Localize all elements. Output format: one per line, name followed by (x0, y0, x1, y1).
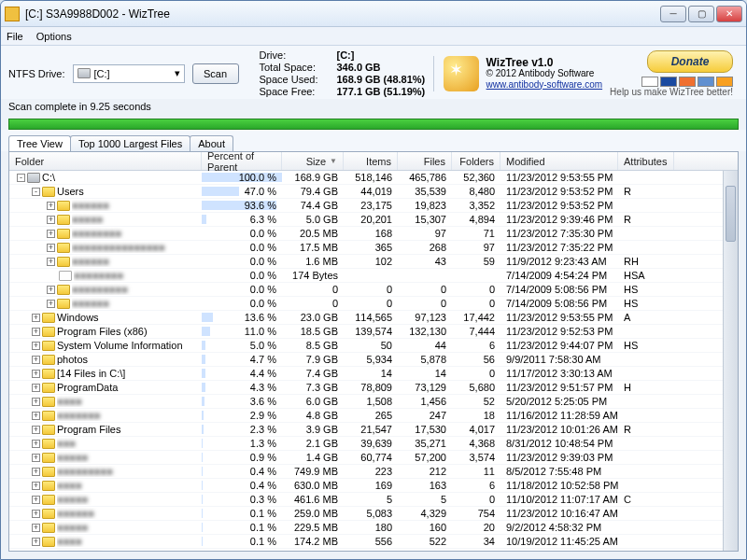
tab-about[interactable]: About (190, 135, 233, 151)
folder-icon (42, 551, 55, 552)
brand-url[interactable]: www.antibody-software.com (486, 79, 603, 91)
table-row[interactable]: +[14 Files in C:\]4.4 %7.4 GB1414011/17/… (9, 367, 723, 381)
grid-body[interactable]: -C:\100.0 %168.9 GB518,146465,78652,3601… (9, 171, 723, 551)
table-row[interactable]: +Windows13.6 %23.0 GB114,56597,12317,442… (9, 311, 723, 325)
folder-icon (42, 341, 55, 351)
item-name: Users (57, 186, 196, 197)
table-row[interactable]: +■■■■0.4 %630.0 MB169163611/18/2012 10:5… (9, 479, 723, 493)
expand-toggle[interactable]: + (47, 258, 55, 266)
expand-toggle[interactable]: + (32, 342, 40, 350)
col-folders[interactable]: Folders (452, 152, 500, 170)
expand-toggle[interactable]: + (32, 454, 40, 462)
menu-options[interactable]: Options (36, 31, 72, 42)
expand-toggle[interactable]: + (47, 244, 55, 252)
table-row[interactable]: +■■■■■6.3 %5.0 GB20,20115,3074,89411/23/… (9, 213, 723, 227)
expand-toggle[interactable]: + (32, 468, 40, 476)
table-row[interactable]: +photos4.7 %7.9 GB5,9345,878569/9/2011 7… (9, 353, 723, 367)
table-row[interactable]: +■■■■■■0.1 %259.0 MB5,0834,32975411/23/2… (9, 507, 723, 521)
vertical-scrollbar[interactable] (723, 171, 738, 551)
item-name: [14 Files in C:\] (57, 368, 196, 379)
close-button[interactable]: ✕ (716, 6, 742, 22)
item-name: ■■■■■■■ (57, 550, 196, 551)
table-row[interactable]: +■■■■0.1 %174.2 MB5565223410/19/2012 11:… (9, 535, 723, 549)
folder-icon (42, 453, 55, 463)
stat-drive: [C:] (336, 49, 425, 61)
scan-button[interactable]: Scan (192, 63, 239, 84)
progress-bar (8, 119, 739, 130)
table-row[interactable]: +■■■■■■■■■0.0 %00007/14/2009 5:08:56 PMH… (9, 283, 723, 297)
folder-icon (42, 369, 55, 379)
col-attributes[interactable]: Attributes (618, 152, 674, 170)
table-row[interactable]: +■■■■■■■■0.0 %20.5 MB168977111/23/2012 7… (9, 227, 723, 241)
expand-toggle[interactable]: + (32, 496, 40, 504)
item-name: ■■■■ (57, 536, 196, 547)
folder-icon (57, 257, 70, 267)
table-row[interactable]: +■■■■■■93.6 %74.4 GB23,17519,8233,35211/… (9, 199, 723, 213)
brand-block: WizTree v1.0 © 2012 Antibody Software ww… (433, 56, 603, 91)
expand-toggle[interactable]: - (17, 174, 25, 182)
table-row[interactable]: +■■■■■■■2.9 %4.8 GB2652471811/16/2012 11… (9, 409, 723, 423)
expand-toggle[interactable]: + (47, 202, 55, 210)
expand-toggle[interactable]: + (47, 300, 55, 308)
expand-toggle[interactable]: + (32, 440, 40, 448)
item-name: ■■■ (57, 438, 196, 449)
col-folder[interactable]: Folder (9, 152, 202, 170)
table-row[interactable]: -Users47.0 %79.4 GB44,01935,5398,48011/2… (9, 185, 723, 199)
maximize-button[interactable]: ▢ (688, 6, 714, 22)
table-row[interactable]: +■■■■■■■0.1 %137.2 MB29028558/31/2011 7:… (9, 549, 723, 551)
menu-file[interactable]: File (7, 31, 23, 42)
table-row[interactable]: ■■■■■■■■0.0 %174 Bytes7/14/2009 4:54:24 … (9, 269, 723, 283)
drive-select[interactable]: [C:] ▾ (73, 64, 185, 83)
table-row[interactable]: +System Volume Information5.0 %8.5 GB504… (9, 339, 723, 353)
col-items[interactable]: Items (344, 152, 398, 170)
expand-toggle[interactable]: + (32, 328, 40, 336)
table-row[interactable]: +Program Files (x86)11.0 %18.5 GB139,574… (9, 325, 723, 339)
item-name: photos (57, 354, 196, 365)
item-name: Windows (57, 312, 196, 323)
expand-toggle[interactable]: + (47, 230, 55, 238)
expand-toggle[interactable]: + (32, 314, 40, 322)
donate-button[interactable]: Donate (647, 50, 733, 73)
item-name: ■■■■■ (57, 494, 196, 505)
item-name: ■■■■■■ (72, 298, 196, 309)
expand-toggle[interactable]: + (32, 482, 40, 490)
table-row[interactable]: +■■■1.3 %2.1 GB39,63935,2714,3688/31/201… (9, 437, 723, 451)
title-bar[interactable]: [C:] S3A9988D002 - WizTree ─ ▢ ✕ (1, 1, 746, 27)
expand-toggle[interactable]: + (32, 524, 40, 532)
stat-free: 177.1 GB (51.19%) (336, 86, 425, 97)
table-row[interactable]: +■■■■■■■■■0.4 %749.9 MB223212118/5/2012 … (9, 465, 723, 479)
col-size[interactable]: Size▼ (282, 152, 344, 170)
minimize-button[interactable]: ─ (660, 6, 686, 22)
table-row[interactable]: +■■■■■■0.0 %1.6 MB102435911/9/2012 9:23:… (9, 255, 723, 269)
expand-toggle[interactable]: + (32, 356, 40, 364)
expand-toggle[interactable]: + (32, 538, 40, 546)
expand-toggle[interactable]: + (47, 286, 55, 294)
table-row[interactable]: +Program Files2.3 %3.9 GB21,54717,5304,0… (9, 423, 723, 437)
table-row[interactable]: +■■■■3.6 %6.0 GB1,5081,456525/20/2012 5:… (9, 395, 723, 409)
table-row[interactable]: +■■■■■0.1 %229.5 MB180160209/2/2012 4:58… (9, 521, 723, 535)
col-percent[interactable]: Percent of Parent (202, 152, 282, 170)
expand-toggle[interactable]: + (32, 426, 40, 434)
folder-icon (57, 285, 70, 295)
scrollbar-thumb[interactable] (726, 186, 736, 242)
table-row[interactable]: +■■■■■0.3 %461.6 MB55011/10/2012 11:07:1… (9, 493, 723, 507)
expand-toggle[interactable]: + (32, 510, 40, 518)
expand-toggle[interactable]: + (47, 216, 55, 224)
expand-toggle[interactable]: + (32, 412, 40, 420)
table-row[interactable]: -C:\100.0 %168.9 GB518,146465,78652,3601… (9, 171, 723, 185)
expand-toggle[interactable]: + (32, 370, 40, 378)
expand-toggle[interactable]: - (32, 188, 40, 196)
tab-tree-view[interactable]: Tree View (8, 135, 71, 151)
table-row[interactable]: +■■■■■■0.0 %00007/14/2009 5:08:56 PMHS (9, 297, 723, 311)
expand-toggle[interactable]: + (32, 384, 40, 392)
table-row[interactable]: +■■■■■■■■■■■■■■■0.0 %17.5 MB3652689711/2… (9, 241, 723, 255)
col-files[interactable]: Files (398, 152, 452, 170)
file-grid: Folder Percent of Parent Size▼ Items Fil… (8, 151, 739, 552)
col-modified[interactable]: Modified (500, 152, 618, 170)
tab-top-1000[interactable]: Top 1000 Largest Files (70, 135, 190, 151)
expand-toggle[interactable]: + (32, 398, 40, 406)
table-row[interactable]: +■■■■■0.9 %1.4 GB60,77457,2003,57411/23/… (9, 451, 723, 465)
drive-label: NTFS Drive: (8, 68, 65, 79)
table-row[interactable]: +ProgramData4.3 %7.3 GB78,80973,1295,680… (9, 381, 723, 395)
item-name: ■■■■■■■■■ (57, 466, 196, 477)
